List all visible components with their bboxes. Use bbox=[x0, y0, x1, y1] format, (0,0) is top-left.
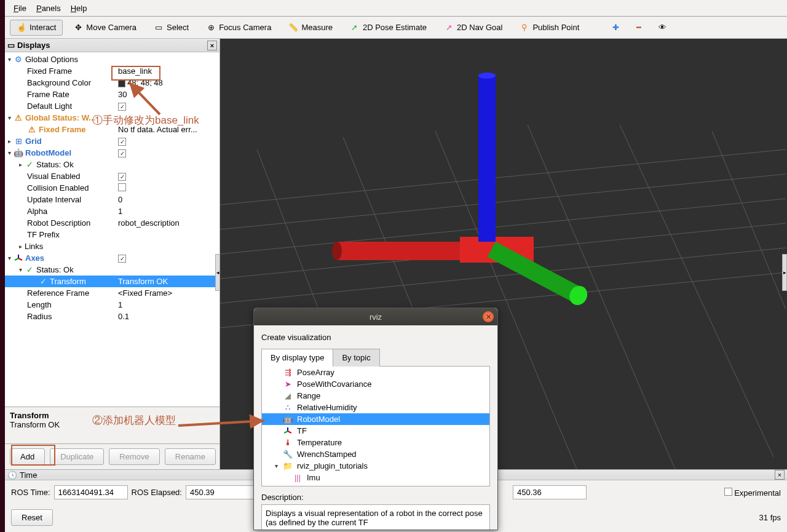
desc-text: Transform OK bbox=[10, 420, 215, 429]
focus-camera-button[interactable]: ⊕Focus Camera bbox=[199, 20, 278, 36]
svg-line-14 bbox=[712, 131, 786, 309]
pose-estimate-button[interactable]: ➚2D Pose Estimate bbox=[343, 20, 433, 36]
svg-rect-18 bbox=[478, 76, 496, 242]
warning-icon: ⚠ bbox=[27, 125, 37, 135]
robotmodel-item[interactable]: 🤖RobotModel bbox=[262, 413, 489, 425]
ruler-icon: 📏 bbox=[288, 23, 298, 33]
svg-line-12 bbox=[528, 125, 675, 469]
close-panel-button[interactable]: × bbox=[207, 41, 217, 50]
create-viz-dialog: rviz ✕ Create visualization By display t… bbox=[253, 308, 498, 530]
desc-title: Transform bbox=[10, 411, 215, 420]
svg-rect-20 bbox=[488, 242, 582, 303]
dialog-titlebar[interactable]: rviz ✕ bbox=[254, 308, 497, 325]
desc-label: Description: bbox=[261, 493, 490, 502]
default-light-checkbox[interactable]: ✓ bbox=[118, 103, 126, 111]
posearray-icon: ⇶ bbox=[283, 368, 293, 378]
close-time-button[interactable]: × bbox=[775, 470, 785, 480]
posecov-icon: ➤ bbox=[283, 379, 293, 389]
svg-line-23 bbox=[288, 431, 291, 433]
grid-icon: ⊞ bbox=[14, 137, 23, 146]
menubar: File Panels Help bbox=[5, 0, 787, 17]
measure-button[interactable]: 📏Measure bbox=[282, 20, 339, 36]
svg-line-1 bbox=[18, 258, 22, 260]
tab-by-topic[interactable]: By topic bbox=[333, 349, 379, 367]
dialog-close-button[interactable]: ✕ bbox=[483, 311, 494, 322]
tf-icon bbox=[283, 426, 293, 436]
panel-icon: ▭ bbox=[7, 41, 15, 50]
nav-goal-button[interactable]: ➚2D Nav Goal bbox=[437, 20, 509, 36]
displays-title: ▭ Displays × bbox=[5, 39, 219, 52]
arrow-green-icon: ➚ bbox=[350, 23, 360, 33]
check-icon: ✓ bbox=[25, 160, 34, 170]
minus-button[interactable]: ━ bbox=[630, 20, 648, 35]
publish-point-button[interactable]: ⚲Publish Point bbox=[513, 20, 586, 36]
reset-button[interactable]: Reset bbox=[11, 509, 53, 526]
arrow-pink-icon: ➚ bbox=[444, 23, 454, 33]
move-icon: ✥ bbox=[73, 23, 83, 33]
toolbar: ☝Interact ✥Move Camera ▭Select ⊕Focus Ca… bbox=[5, 17, 787, 39]
transform-row[interactable]: ✓TransformTransform OK bbox=[5, 276, 219, 287]
check-icon: ✓ bbox=[25, 265, 34, 275]
select-icon: ▭ bbox=[154, 23, 164, 33]
ros-time-input[interactable] bbox=[54, 485, 128, 499]
add-button[interactable]: Add bbox=[10, 448, 45, 465]
folder-icon: 📁 bbox=[283, 461, 293, 471]
fixed-frame-value[interactable]: base_link bbox=[118, 66, 219, 76]
wrench-icon: 🔧 bbox=[283, 450, 293, 459]
check-icon: ✓ bbox=[38, 277, 48, 287]
humidity-icon: ∴ bbox=[283, 403, 293, 413]
collapse-right-icon[interactable]: ▸ bbox=[782, 254, 787, 291]
svg-line-7 bbox=[220, 174, 786, 229]
svg-line-13 bbox=[620, 125, 773, 457]
hand-icon: ☝ bbox=[17, 23, 26, 33]
pin-icon: ⚲ bbox=[520, 23, 529, 33]
duplicate-button[interactable]: Duplicate bbox=[50, 448, 104, 465]
display-type-list[interactable]: ⇶PoseArray ➤PoseWithCovariance ◢Range ∴R… bbox=[261, 367, 490, 486]
collapse-left-icon[interactable]: ◂ bbox=[215, 254, 220, 291]
gear-icon: ⚙ bbox=[14, 55, 23, 65]
fps-label: 31 fps bbox=[759, 513, 781, 522]
tab-display-type[interactable]: By display type bbox=[261, 349, 333, 367]
menu-help[interactable]: Help bbox=[67, 2, 91, 14]
interact-button[interactable]: ☝Interact bbox=[10, 20, 63, 36]
menu-panels[interactable]: Panels bbox=[33, 2, 65, 14]
warning-icon: ⚠ bbox=[14, 113, 23, 123]
menu-file[interactable]: File bbox=[10, 2, 30, 14]
svg-line-2 bbox=[15, 258, 18, 260]
ros-elapsed-input[interactable] bbox=[186, 485, 259, 499]
robot-icon: 🤖 bbox=[283, 415, 293, 424]
displays-panel: ▭ Displays × ▾⚙Global Options Fixed Fram… bbox=[5, 39, 220, 469]
rename-button[interactable]: Rename bbox=[165, 448, 216, 465]
button-row: Add Duplicate Remove Rename bbox=[5, 443, 219, 469]
range-icon: ◢ bbox=[283, 391, 293, 401]
axes-icon bbox=[14, 253, 23, 263]
imu-icon: ||| bbox=[293, 473, 303, 483]
temperature-icon: 🌡 bbox=[283, 438, 293, 448]
plus-button[interactable]: ✚ bbox=[606, 20, 626, 35]
dialog-heading: Create visualization bbox=[261, 333, 490, 342]
wall-elapsed-input[interactable] bbox=[513, 485, 587, 499]
description-panel: Transform Transform OK bbox=[5, 407, 219, 443]
eye-button[interactable]: 👁 bbox=[652, 20, 673, 35]
svg-line-8 bbox=[220, 149, 786, 205]
property-tree[interactable]: ▾⚙Global Options Fixed Framebase_link Ba… bbox=[5, 52, 219, 407]
remove-button[interactable]: Remove bbox=[109, 448, 159, 465]
select-button[interactable]: ▭Select bbox=[147, 20, 196, 36]
dialog-desc: Displays a visual representation of a ro… bbox=[261, 504, 490, 530]
focus-icon: ⊕ bbox=[206, 23, 216, 33]
experimental-checkbox[interactable] bbox=[724, 488, 732, 496]
robot-icon: 🤖 bbox=[14, 148, 23, 158]
move-camera-button[interactable]: ✥Move Camera bbox=[66, 20, 143, 36]
clock-icon: 🕓 bbox=[7, 470, 17, 480]
svg-point-16 bbox=[332, 242, 342, 260]
svg-line-24 bbox=[284, 431, 288, 433]
svg-point-19 bbox=[478, 73, 496, 79]
